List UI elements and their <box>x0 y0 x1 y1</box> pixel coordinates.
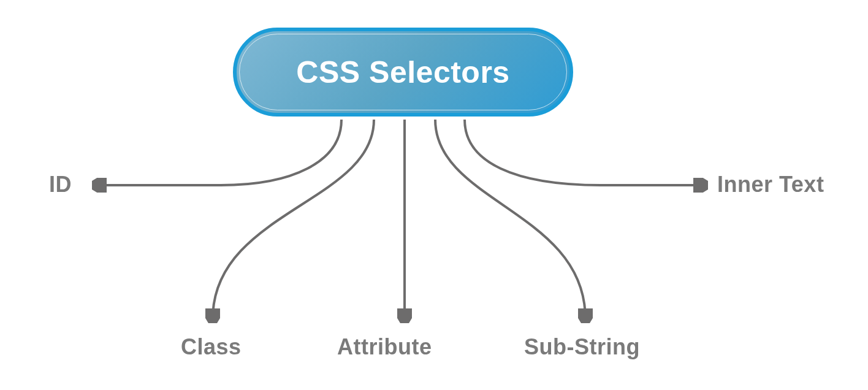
leaf-class: Class <box>181 334 242 360</box>
leaf-id: ID <box>49 172 72 197</box>
leaf-attribute: Attribute <box>337 334 432 360</box>
connector-innertext <box>465 120 704 185</box>
connector-class <box>213 120 374 319</box>
connector-id <box>96 120 341 185</box>
leaf-innertext: Inner Text <box>717 172 824 197</box>
root-label: CSS Selectors <box>296 55 509 90</box>
connector-substring <box>435 120 585 319</box>
root-node: CSS Selectors <box>233 28 573 117</box>
leaf-substring: Sub-String <box>524 334 640 360</box>
